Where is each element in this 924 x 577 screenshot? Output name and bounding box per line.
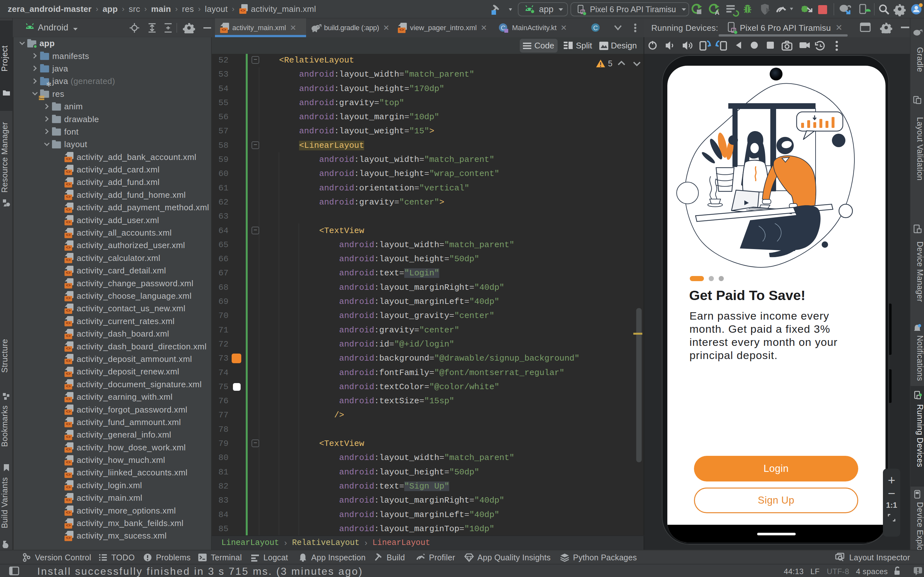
svg-text:A: A	[715, 9, 719, 16]
svg-text:C: C	[593, 24, 598, 31]
